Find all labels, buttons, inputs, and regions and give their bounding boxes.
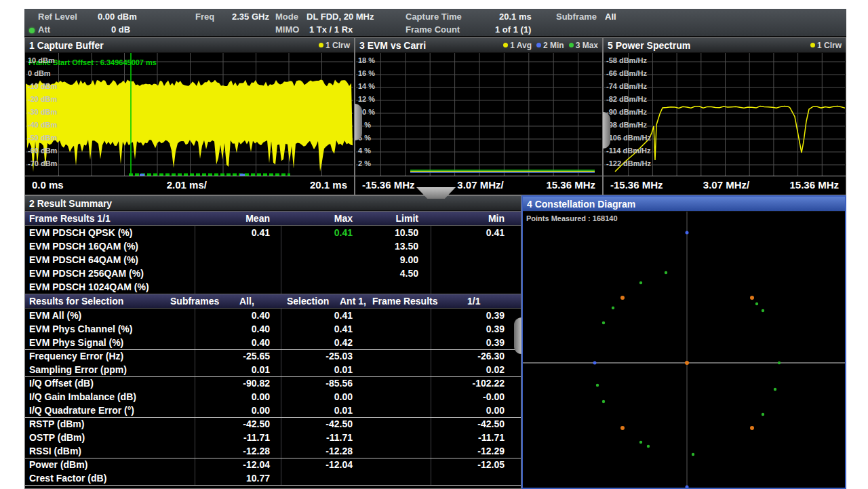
y-axis-tick-label: 12 % [358,95,375,103]
table-row: EVM PDSCH 16QAM (%)13.50 [25,239,521,253]
trace-legend-item[interactable]: 2 Min [536,41,564,50]
row-mean: 0.00 [252,404,270,417]
y-axis-tick-label: -74 dBm/Hz [606,82,647,90]
row-max: 0.41 [334,226,353,239]
status-field-att: Att [38,24,50,35]
capture-buffer-titlebar[interactable]: 1 Capture Buffer 1 Clrw [25,38,354,53]
capture-buffer-title: 1 Capture Buffer [29,40,104,51]
x-tick-stop: 20.1 ms [310,179,347,195]
table-row: Crest Factor (dB)10.77 [25,471,521,485]
table-row: EVM All (%)0.400.410.39 [25,309,521,322]
evm-vs-carrier-plot[interactable]: 18 %16 %14 %12 %10 %8 %6 %4 %2 % [356,53,601,176]
analyzer-ui: Ref Level0.00 dBmFreq2.35 GHzModeDL FDD,… [24,9,846,489]
section-header-part: All, [239,294,254,308]
row-min: -26.30 [477,349,505,363]
x-tick-perdiv: 3.07 MHz/ [457,179,503,195]
power-spectrum-trace-legend: 1 Clrw [810,41,842,50]
x-tick-start: -15.36 MHz [362,179,415,195]
row-label: EVM Phys Signal (%) [29,336,123,349]
power-spectrum-title: 5 Power Spectrum [608,40,690,51]
row-mean: 0.41 [252,226,270,239]
y-axis-tick-label: 18 % [358,56,375,64]
status-field-ref-level: Ref Level [38,12,77,22]
row-mean: -90.82 [243,376,270,390]
row-mean: 0.40 [252,322,270,336]
trace-legend-item[interactable]: 3 Max [569,41,598,50]
row-mean: 10.77 [246,471,270,485]
section-header-part: Results for Selection [29,294,123,308]
table-row: OSTP (dBm)-11.71-11.71-11.71 [25,431,521,444]
row-max: 0.00 [334,390,353,404]
row-min: 0.39 [486,322,505,336]
result-summary-titlebar[interactable]: 2 Result Summary [25,196,521,211]
constellation-title: 4 Constellation Diagram [527,199,635,210]
trace-legend-label: 1 Clrw [817,41,842,50]
y-axis-tick-label: -90 dBm/Hz [606,108,647,116]
evm-trace-legend: 1 Avg2 Min3 Max [503,41,598,50]
y-axis-tick-label: 2 % [358,159,371,168]
constellation-titlebar[interactable]: 4 Constellation Diagram [523,197,845,212]
evm-vs-carrier-titlebar[interactable]: 3 EVM vs Carri 1 Avg2 Min3 Max [355,38,602,53]
trace-color-dot-icon [536,43,541,47]
row-max: 0.41 [334,322,353,336]
status-field-frame-count: Frame Count [406,24,460,35]
trace-legend-label: 1 Avg [510,41,532,50]
constellation-plot[interactable]: Points Measured : 168140 [523,212,845,488]
status-field-mimo: MIMO [275,24,299,35]
status-field-freq: Freq [195,12,214,22]
splitter-handle-right-of-summary[interactable] [514,317,521,354]
power-spectrum-titlebar[interactable]: 5 Power Spectrum 1 Clrw [604,38,846,53]
result-summary-title: 2 Result Summary [29,198,112,209]
section-header-part: Subframes [170,294,219,308]
table-row: EVM PDSCH 256QAM (%)4.50 [25,267,521,280]
row-min: -12.29 [477,444,505,458]
power-spectrum-plot[interactable]: -58 dBm/Hz-66 dBm/Hz-74 dBm/Hz-82 dBm/Hz… [604,53,845,176]
row-limit: 9.00 [400,253,418,267]
trace-legend-label: 1 Clrw [326,41,350,50]
evm-vs-carrier-title: 3 EVM vs Carri [359,40,426,51]
panel-evm-vs-carrier: 3 EVM vs Carri 1 Avg2 Min3 Max 18 %16 %1… [355,37,603,195]
status-field-subframe: Subframe [556,12,597,22]
row-min: 0.02 [486,363,505,376]
trace-legend-item[interactable]: 1 Clrw [810,41,842,50]
y-axis-tick-label: -30 dBm [28,108,57,116]
row-label: I/Q Quadrature Error (°) [29,404,134,417]
row-max: -42.50 [326,417,353,431]
splitter-handle-left-of-evm[interactable] [355,104,362,140]
splitter-handle-left-of-spectrum[interactable] [603,112,610,149]
section-header-part: 1/1 [467,294,480,308]
trace-legend-item[interactable]: 1 Avg [503,41,532,50]
row-label: EVM All (%) [29,309,81,322]
table-row: I/Q Quadrature Error (°)0.000.010.00 [25,404,521,417]
status-field-0-db: 0 dB [111,24,130,35]
row-max: 0.01 [334,363,353,376]
col-header-max: Max [334,212,353,225]
capture-buffer-plot[interactable]: Frame Start Offset : 6.349645007 ms 10 d… [26,53,353,176]
row-label: EVM PDSCH 16QAM (%) [29,239,138,253]
row-limit: 10.50 [395,226,418,239]
y-axis-tick-label: -114 dBm/Hz [606,146,650,155]
row-label: OSTP (dBm) [29,431,85,444]
trace-legend-item[interactable]: 1 Clrw [319,41,350,50]
row-max: -25.03 [326,349,353,363]
table-row: RSSI (dBm)-12.28-12.28-12.29 [25,444,521,458]
panel-result-summary: 2 Result Summary Frame Results 1/1MeanMa… [24,195,521,489]
row-min: 0.39 [486,309,505,322]
row-min: -102.22 [473,376,505,390]
capture-buffer-trace-legend: 1 Clrw [319,41,350,50]
status-field-20-1-ms: 20.1 ms [499,12,532,22]
status-bar: Ref Level0.00 dBmFreq2.35 GHzModeDL FDD,… [24,9,846,37]
table-bottom-separator [25,485,521,486]
section-header-part: Ant 1, [340,294,366,308]
table-row: Frequency Error (Hz)-25.65-25.03-26.30 [25,349,521,363]
y-axis-tick-label: 0 dBm [28,69,51,77]
y-axis-tick-label: -66 dBm/Hz [606,69,647,77]
row-max: -11.71 [326,431,353,444]
table-row: EVM Phys Signal (%)0.400.420.39 [25,336,521,349]
row-label: Sampling Error (ppm) [29,363,127,376]
row-mean: -42.50 [243,417,270,431]
row-min: 0.39 [486,336,505,349]
y-axis-tick-label: -20 dBm [28,95,57,103]
trace-color-dot-icon [503,43,508,47]
row-mean: 0.40 [252,336,270,349]
